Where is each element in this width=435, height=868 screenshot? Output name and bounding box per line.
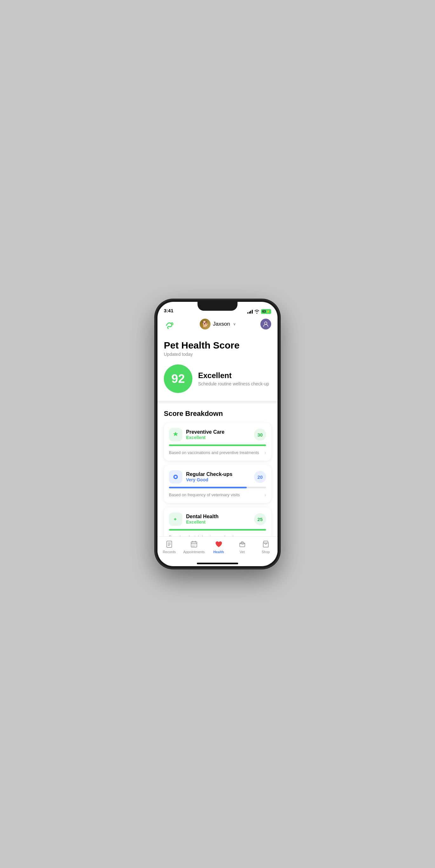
vet-icon — [238, 540, 247, 549]
appointments-icon — [190, 540, 198, 549]
signal-bars-icon — [247, 310, 253, 314]
nav-records[interactable]: Records — [160, 540, 179, 554]
score-grade: Excellent — [198, 371, 271, 380]
dental-health-card[interactable]: ✦ Dental Health Excellent 25 — [164, 507, 271, 536]
phone-screen: 3:41 63 ⚡ — [158, 302, 277, 566]
preventive-care-score: 30 — [254, 429, 266, 441]
notch — [198, 302, 237, 311]
status-icons: 63 ⚡ — [247, 309, 271, 314]
bottom-nav: Records Appointments — [158, 536, 277, 563]
regular-checkups-score: 20 — [254, 471, 266, 483]
nav-appointments[interactable]: Appointments — [183, 540, 204, 554]
svg-point-10 — [192, 545, 193, 545]
home-indicator — [197, 563, 238, 564]
svg-point-0 — [265, 322, 267, 324]
score-section: 92 Excellent Schedule routine wellness c… — [158, 365, 277, 401]
svg-point-14 — [194, 546, 194, 547]
records-label: Records — [163, 550, 176, 554]
main-content: Pet Health Score Updated today 92 Excell… — [158, 334, 277, 536]
shop-label: Shop — [262, 550, 270, 554]
preventive-care-status: Excellent — [186, 435, 225, 440]
breakdown-title: Score Breakdown — [164, 409, 271, 418]
section-divider — [158, 401, 277, 403]
svg-point-13 — [192, 546, 193, 547]
chevron-right-icon: › — [265, 492, 266, 498]
dental-health-icon: ✦ — [169, 513, 182, 526]
score-value: 92 — [171, 372, 185, 386]
battery-indicator: 63 ⚡ — [261, 309, 271, 314]
phone-frame: 3:41 63 ⚡ — [156, 300, 279, 568]
preventive-care-description: Based on vaccinations and preventive tre… — [169, 450, 262, 456]
svg-text:✦: ✦ — [173, 517, 177, 522]
pet-name: Jaxson — [213, 321, 230, 327]
avatar: 🐕 — [200, 319, 210, 330]
dental-health-score: 25 — [254, 513, 266, 525]
breakdown-section: Score Breakdown Preventive Care — [158, 409, 277, 536]
user-profile-icon[interactable] — [260, 319, 271, 330]
health-icon — [214, 540, 223, 549]
regular-checkups-title: Regular Check-ups — [186, 471, 232, 477]
svg-point-11 — [194, 545, 194, 545]
pet-selector[interactable]: 🐕 Jaxson ∨ — [200, 319, 236, 330]
regular-checkups-progress — [169, 487, 266, 488]
svg-rect-16 — [241, 542, 243, 543]
score-circle: 92 — [164, 365, 192, 393]
nav-health[interactable]: Health — [209, 540, 228, 554]
preventive-care-icon — [169, 428, 182, 441]
dental-health-title: Dental Health — [186, 514, 219, 520]
regular-checkups-description: Based on frequency of veterinary visits — [169, 492, 262, 498]
shop-icon — [261, 540, 270, 549]
dental-health-progress — [169, 529, 266, 531]
health-label: Health — [213, 550, 224, 554]
vet-label: Vet — [240, 550, 245, 554]
records-icon — [165, 540, 174, 549]
wifi-icon — [254, 310, 259, 314]
chevron-right-icon: › — [265, 450, 266, 456]
score-label: Excellent Schedule routine wellness chec… — [198, 371, 271, 386]
regular-checkups-card[interactable]: Regular Check-ups Very Good 20 Based on … — [164, 465, 271, 503]
preventive-care-card[interactable]: Preventive Care Excellent 30 Based on va… — [164, 423, 271, 461]
regular-checkups-icon — [169, 470, 182, 484]
updated-subtitle: Updated today — [164, 352, 271, 357]
status-time: 3:41 — [164, 308, 173, 314]
appointments-label: Appointments — [183, 550, 204, 554]
title-section: Pet Health Score Updated today — [158, 334, 277, 365]
nav-vet[interactable]: Vet — [233, 540, 252, 554]
dental-health-status: Excellent — [186, 520, 219, 525]
svg-point-12 — [195, 545, 196, 545]
score-description: Schedule routine wellness check-up — [198, 381, 271, 386]
preventive-care-progress — [169, 444, 266, 446]
regular-checkups-status: Very Good — [186, 477, 232, 482]
preventive-care-title: Preventive Care — [186, 429, 225, 435]
page-title: Pet Health Score — [164, 340, 271, 350]
chevron-down-icon: ∨ — [233, 322, 236, 326]
nav-shop[interactable]: Shop — [256, 540, 275, 554]
app-header: 🐕 Jaxson ∨ — [158, 316, 277, 334]
app-logo[interactable] — [164, 318, 175, 330]
